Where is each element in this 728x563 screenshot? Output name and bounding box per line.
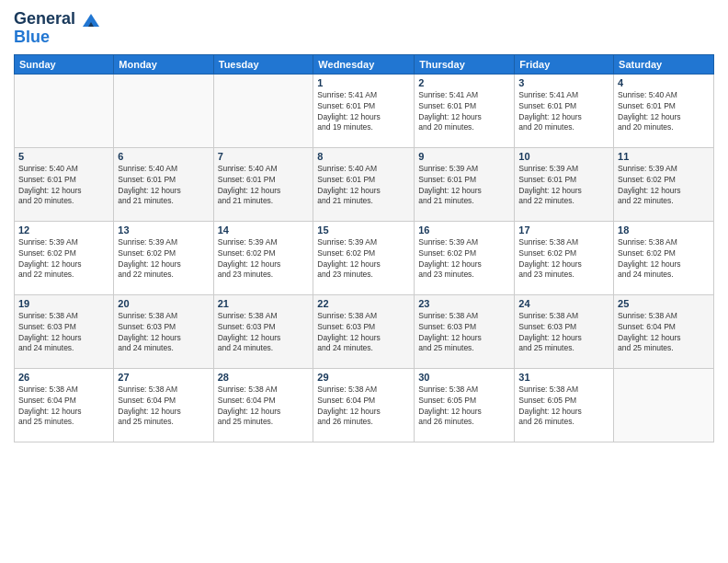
day-info: Sunrise: 5:38 AMSunset: 6:02 PMDaylight:… — [518, 237, 609, 282]
day-info: Sunrise: 5:39 AMSunset: 6:02 PMDaylight:… — [18, 237, 109, 282]
day-number: 9 — [418, 151, 510, 162]
weekday-header-row: SundayMondayTuesdayWednesdayThursdayFrid… — [15, 54, 714, 74]
day-number: 28 — [218, 372, 310, 383]
day-info: Sunrise: 5:38 AMSunset: 6:03 PMDaylight:… — [118, 311, 209, 355]
day-cell: 14Sunrise: 5:39 AMSunset: 6:02 PMDayligh… — [213, 221, 313, 294]
week-row-5: 26Sunrise: 5:38 AMSunset: 6:04 PMDayligh… — [15, 368, 714, 442]
day-number: 29 — [317, 372, 410, 383]
day-number: 10 — [518, 151, 609, 162]
day-number: 31 — [518, 372, 609, 383]
day-cell — [15, 74, 114, 147]
day-number: 17 — [518, 224, 609, 236]
day-cell — [114, 74, 213, 147]
day-cell: 10Sunrise: 5:39 AMSunset: 6:01 PMDayligh… — [515, 147, 614, 221]
weekday-header-friday: Friday — [515, 54, 614, 74]
weekday-header-sunday: Sunday — [15, 54, 114, 74]
day-info: Sunrise: 5:40 AMSunset: 6:01 PMDaylight:… — [18, 164, 109, 208]
day-number: 20 — [118, 298, 209, 309]
week-row-1: 1Sunrise: 5:41 AMSunset: 6:01 PMDaylight… — [15, 74, 714, 147]
day-cell: 5Sunrise: 5:40 AMSunset: 6:01 PMDaylight… — [15, 147, 114, 221]
logo-icon — [81, 10, 101, 30]
day-info: Sunrise: 5:40 AMSunset: 6:01 PMDaylight:… — [218, 164, 310, 208]
day-number: 14 — [218, 224, 310, 236]
day-info: Sunrise: 5:38 AMSunset: 6:04 PMDaylight:… — [618, 311, 710, 355]
day-cell: 25Sunrise: 5:38 AMSunset: 6:04 PMDayligh… — [614, 294, 714, 368]
day-number: 26 — [18, 372, 109, 383]
day-cell: 20Sunrise: 5:38 AMSunset: 6:03 PMDayligh… — [114, 294, 213, 368]
day-number: 5 — [18, 151, 109, 162]
day-info: Sunrise: 5:40 AMSunset: 6:01 PMDaylight:… — [618, 90, 710, 134]
week-row-2: 5Sunrise: 5:40 AMSunset: 6:01 PMDaylight… — [15, 147, 714, 221]
day-info: Sunrise: 5:38 AMSunset: 6:02 PMDaylight:… — [618, 237, 710, 282]
day-info: Sunrise: 5:39 AMSunset: 6:02 PMDaylight:… — [218, 237, 310, 282]
day-cell: 17Sunrise: 5:38 AMSunset: 6:02 PMDayligh… — [515, 221, 614, 294]
week-row-3: 12Sunrise: 5:39 AMSunset: 6:02 PMDayligh… — [15, 221, 714, 294]
day-number: 13 — [118, 224, 209, 236]
day-info: Sunrise: 5:38 AMSunset: 6:03 PMDaylight:… — [218, 311, 310, 355]
day-cell: 11Sunrise: 5:39 AMSunset: 6:02 PMDayligh… — [614, 147, 714, 221]
day-cell: 13Sunrise: 5:39 AMSunset: 6:02 PMDayligh… — [114, 221, 213, 294]
day-cell: 3Sunrise: 5:41 AMSunset: 6:01 PMDaylight… — [515, 74, 614, 147]
day-number: 8 — [317, 151, 410, 162]
day-info: Sunrise: 5:38 AMSunset: 6:05 PMDaylight:… — [418, 385, 510, 429]
day-number: 30 — [418, 372, 510, 383]
day-cell: 2Sunrise: 5:41 AMSunset: 6:01 PMDaylight… — [415, 74, 515, 147]
day-info: Sunrise: 5:38 AMSunset: 6:03 PMDaylight:… — [317, 311, 410, 355]
day-cell: 19Sunrise: 5:38 AMSunset: 6:03 PMDayligh… — [15, 294, 114, 368]
day-info: Sunrise: 5:38 AMSunset: 6:03 PMDaylight:… — [518, 311, 609, 355]
day-number: 16 — [418, 224, 510, 236]
day-cell: 4Sunrise: 5:40 AMSunset: 6:01 PMDaylight… — [614, 74, 714, 147]
day-info: Sunrise: 5:38 AMSunset: 6:05 PMDaylight:… — [518, 385, 609, 429]
week-row-4: 19Sunrise: 5:38 AMSunset: 6:03 PMDayligh… — [15, 294, 714, 368]
weekday-header-thursday: Thursday — [415, 54, 515, 74]
day-info: Sunrise: 5:39 AMSunset: 6:02 PMDaylight:… — [118, 237, 209, 282]
day-number: 6 — [118, 151, 209, 162]
day-cell: 27Sunrise: 5:38 AMSunset: 6:04 PMDayligh… — [114, 368, 213, 442]
day-number: 24 — [518, 298, 609, 309]
day-number: 19 — [18, 298, 109, 309]
day-cell: 9Sunrise: 5:39 AMSunset: 6:01 PMDaylight… — [415, 147, 515, 221]
day-cell: 26Sunrise: 5:38 AMSunset: 6:04 PMDayligh… — [15, 368, 114, 442]
day-cell — [213, 74, 313, 147]
calendar-page: General Blue SundayMondayTuesdayWednesda… — [0, 0, 728, 563]
day-info: Sunrise: 5:41 AMSunset: 6:01 PMDaylight:… — [317, 90, 410, 134]
day-number: 23 — [418, 298, 510, 309]
day-info: Sunrise: 5:39 AMSunset: 6:01 PMDaylight:… — [518, 164, 609, 208]
day-info: Sunrise: 5:38 AMSunset: 6:04 PMDaylight:… — [18, 385, 109, 429]
day-cell: 1Sunrise: 5:41 AMSunset: 6:01 PMDaylight… — [313, 74, 415, 147]
day-cell: 22Sunrise: 5:38 AMSunset: 6:03 PMDayligh… — [313, 294, 415, 368]
weekday-header-tuesday: Tuesday — [213, 54, 313, 74]
day-info: Sunrise: 5:38 AMSunset: 6:04 PMDaylight:… — [218, 385, 310, 429]
weekday-header-monday: Monday — [114, 54, 213, 74]
day-info: Sunrise: 5:40 AMSunset: 6:01 PMDaylight:… — [317, 164, 410, 208]
day-info: Sunrise: 5:39 AMSunset: 6:02 PMDaylight:… — [618, 164, 710, 208]
calendar-table: SundayMondayTuesdayWednesdayThursdayFrid… — [14, 54, 714, 442]
day-info: Sunrise: 5:38 AMSunset: 6:04 PMDaylight:… — [118, 385, 209, 429]
header: General Blue — [14, 9, 714, 47]
weekday-header-wednesday: Wednesday — [313, 54, 415, 74]
day-cell: 8Sunrise: 5:40 AMSunset: 6:01 PMDaylight… — [313, 147, 415, 221]
day-number: 15 — [317, 224, 410, 236]
day-info: Sunrise: 5:41 AMSunset: 6:01 PMDaylight:… — [418, 90, 510, 134]
day-number: 25 — [618, 298, 710, 309]
day-number: 3 — [518, 77, 609, 88]
day-cell: 31Sunrise: 5:38 AMSunset: 6:05 PMDayligh… — [515, 368, 614, 442]
day-cell: 23Sunrise: 5:38 AMSunset: 6:03 PMDayligh… — [415, 294, 515, 368]
day-info: Sunrise: 5:38 AMSunset: 6:03 PMDaylight:… — [418, 311, 510, 355]
day-info: Sunrise: 5:39 AMSunset: 6:02 PMDaylight:… — [317, 237, 410, 282]
day-cell: 12Sunrise: 5:39 AMSunset: 6:02 PMDayligh… — [15, 221, 114, 294]
day-number: 7 — [218, 151, 310, 162]
day-number: 18 — [618, 224, 710, 236]
day-info: Sunrise: 5:41 AMSunset: 6:01 PMDaylight:… — [518, 90, 609, 134]
day-cell — [614, 368, 714, 442]
day-cell: 28Sunrise: 5:38 AMSunset: 6:04 PMDayligh… — [213, 368, 313, 442]
day-info: Sunrise: 5:38 AMSunset: 6:04 PMDaylight:… — [317, 385, 410, 429]
day-cell: 18Sunrise: 5:38 AMSunset: 6:02 PMDayligh… — [614, 221, 714, 294]
day-number: 4 — [618, 77, 710, 88]
day-number: 27 — [118, 372, 209, 383]
day-number: 11 — [618, 151, 710, 162]
day-info: Sunrise: 5:39 AMSunset: 6:01 PMDaylight:… — [418, 164, 510, 208]
day-cell: 16Sunrise: 5:39 AMSunset: 6:02 PMDayligh… — [415, 221, 515, 294]
day-info: Sunrise: 5:39 AMSunset: 6:02 PMDaylight:… — [418, 237, 510, 282]
day-info: Sunrise: 5:38 AMSunset: 6:03 PMDaylight:… — [18, 311, 109, 355]
